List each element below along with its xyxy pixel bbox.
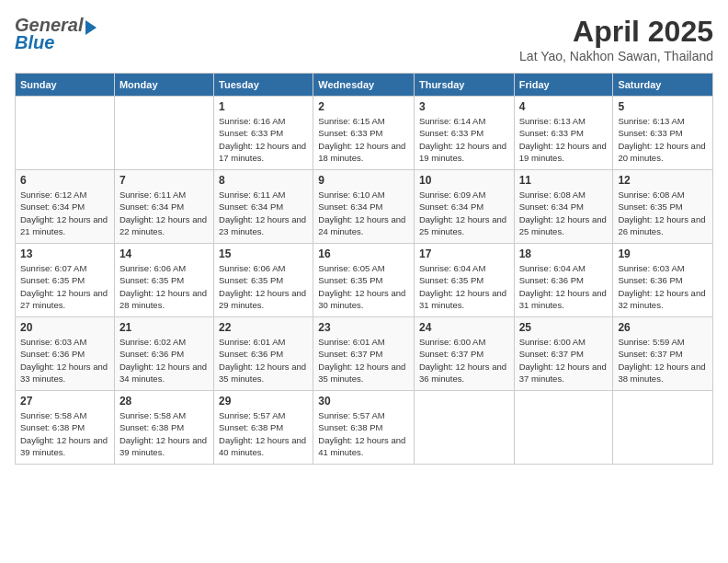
day-number: 9 (318, 174, 409, 187)
day-info: Sunrise: 5:58 AMSunset: 6:38 PMDaylight:… (119, 409, 209, 458)
day-info: Sunrise: 5:59 AMSunset: 6:37 PMDaylight:… (618, 336, 708, 385)
calendar-cell: 3Sunrise: 6:14 AMSunset: 6:33 PMDaylight… (414, 97, 514, 170)
day-number: 21 (119, 321, 209, 334)
day-number: 2 (318, 100, 409, 113)
week-row-5: 27Sunrise: 5:58 AMSunset: 6:38 PMDayligh… (16, 391, 713, 465)
weekday-header-saturday: Saturday (613, 74, 713, 97)
day-number: 29 (219, 395, 308, 408)
week-row-4: 20Sunrise: 6:03 AMSunset: 6:36 PMDayligh… (16, 317, 713, 391)
day-info: Sunrise: 6:15 AMSunset: 6:33 PMDaylight:… (318, 115, 409, 164)
calendar-cell (514, 391, 613, 465)
day-number: 12 (618, 174, 708, 187)
day-info: Sunrise: 6:08 AMSunset: 6:35 PMDaylight:… (618, 189, 708, 237)
calendar-cell (16, 97, 115, 170)
day-info: Sunrise: 5:57 AMSunset: 6:38 PMDaylight:… (219, 409, 308, 458)
day-info: Sunrise: 6:00 AMSunset: 6:37 PMDaylight:… (519, 336, 609, 385)
day-info: Sunrise: 5:57 AMSunset: 6:38 PMDaylight:… (318, 409, 409, 458)
week-row-2: 6Sunrise: 6:12 AMSunset: 6:34 PMDaylight… (16, 170, 713, 244)
day-info: Sunrise: 6:00 AMSunset: 6:37 PMDaylight:… (419, 336, 509, 385)
day-number: 10 (419, 174, 509, 187)
logo: General Blue (15, 15, 97, 53)
location-title: Lat Yao, Nakhon Sawan, Thailand (519, 49, 713, 63)
day-number: 27 (20, 395, 109, 408)
week-row-1: 1Sunrise: 6:16 AMSunset: 6:33 PMDaylight… (16, 97, 713, 170)
day-info: Sunrise: 6:01 AMSunset: 6:37 PMDaylight:… (318, 336, 409, 385)
calendar-cell: 14Sunrise: 6:06 AMSunset: 6:35 PMDayligh… (114, 244, 213, 317)
calendar-cell: 16Sunrise: 6:05 AMSunset: 6:35 PMDayligh… (313, 244, 415, 317)
day-info: Sunrise: 6:04 AMSunset: 6:36 PMDaylight:… (519, 262, 609, 311)
calendar-cell: 30Sunrise: 5:57 AMSunset: 6:38 PMDayligh… (313, 391, 415, 465)
day-number: 30 (318, 395, 409, 408)
day-info: Sunrise: 6:03 AMSunset: 6:36 PMDaylight:… (20, 336, 109, 385)
weekday-header-friday: Friday (514, 74, 613, 97)
calendar-cell: 10Sunrise: 6:09 AMSunset: 6:34 PMDayligh… (414, 170, 514, 244)
day-number: 23 (318, 321, 409, 334)
calendar-cell: 13Sunrise: 6:07 AMSunset: 6:35 PMDayligh… (16, 244, 115, 317)
calendar-cell: 19Sunrise: 6:03 AMSunset: 6:36 PMDayligh… (613, 244, 713, 317)
calendar-cell: 27Sunrise: 5:58 AMSunset: 6:38 PMDayligh… (16, 391, 115, 465)
day-number: 14 (119, 247, 209, 260)
calendar-cell: 28Sunrise: 5:58 AMSunset: 6:38 PMDayligh… (114, 391, 213, 465)
calendar-cell: 5Sunrise: 6:13 AMSunset: 6:33 PMDaylight… (613, 97, 713, 170)
weekday-header-monday: Monday (114, 74, 213, 97)
weekday-header-wednesday: Wednesday (313, 74, 415, 97)
day-info: Sunrise: 6:10 AMSunset: 6:34 PMDaylight:… (318, 189, 409, 237)
day-info: Sunrise: 6:16 AMSunset: 6:33 PMDaylight:… (219, 115, 308, 164)
day-number: 17 (419, 247, 509, 260)
day-number: 13 (20, 247, 109, 260)
calendar-cell: 23Sunrise: 6:01 AMSunset: 6:37 PMDayligh… (313, 317, 415, 391)
day-number: 18 (519, 247, 609, 260)
calendar-cell: 9Sunrise: 6:10 AMSunset: 6:34 PMDaylight… (313, 170, 415, 244)
calendar-cell: 26Sunrise: 5:59 AMSunset: 6:37 PMDayligh… (613, 317, 713, 391)
calendar-cell: 11Sunrise: 6:08 AMSunset: 6:34 PMDayligh… (514, 170, 613, 244)
day-info: Sunrise: 6:13 AMSunset: 6:33 PMDaylight:… (519, 115, 609, 164)
calendar-cell: 29Sunrise: 5:57 AMSunset: 6:38 PMDayligh… (214, 391, 313, 465)
day-number: 3 (419, 100, 509, 113)
calendar-cell: 6Sunrise: 6:12 AMSunset: 6:34 PMDaylight… (16, 170, 115, 244)
day-info: Sunrise: 6:12 AMSunset: 6:34 PMDaylight:… (20, 189, 109, 237)
calendar-cell: 4Sunrise: 6:13 AMSunset: 6:33 PMDaylight… (514, 97, 613, 170)
day-number: 28 (119, 395, 209, 408)
day-number: 26 (618, 321, 708, 334)
calendar-cell: 1Sunrise: 6:16 AMSunset: 6:33 PMDaylight… (214, 97, 313, 170)
day-info: Sunrise: 5:58 AMSunset: 6:38 PMDaylight:… (20, 409, 109, 458)
day-info: Sunrise: 6:03 AMSunset: 6:36 PMDaylight:… (618, 262, 708, 311)
calendar-cell: 21Sunrise: 6:02 AMSunset: 6:36 PMDayligh… (114, 317, 213, 391)
calendar-cell: 24Sunrise: 6:00 AMSunset: 6:37 PMDayligh… (414, 317, 514, 391)
calendar-cell: 17Sunrise: 6:04 AMSunset: 6:35 PMDayligh… (414, 244, 514, 317)
day-info: Sunrise: 6:02 AMSunset: 6:36 PMDaylight:… (119, 336, 209, 385)
day-number: 22 (219, 321, 308, 334)
weekday-header-thursday: Thursday (414, 74, 514, 97)
day-number: 6 (20, 174, 109, 187)
calendar-cell: 25Sunrise: 6:00 AMSunset: 6:37 PMDayligh… (514, 317, 613, 391)
day-number: 20 (20, 321, 109, 334)
weekday-header-sunday: Sunday (16, 74, 115, 97)
weekday-header-row: SundayMondayTuesdayWednesdayThursdayFrid… (16, 74, 713, 97)
calendar-cell: 18Sunrise: 6:04 AMSunset: 6:36 PMDayligh… (514, 244, 613, 317)
calendar-cell: 8Sunrise: 6:11 AMSunset: 6:34 PMDaylight… (214, 170, 313, 244)
day-info: Sunrise: 6:08 AMSunset: 6:34 PMDaylight:… (519, 189, 609, 237)
day-info: Sunrise: 6:06 AMSunset: 6:35 PMDaylight:… (219, 262, 308, 311)
day-info: Sunrise: 6:05 AMSunset: 6:35 PMDaylight:… (318, 262, 409, 311)
logo-blue: Blue (15, 32, 54, 53)
calendar-cell: 12Sunrise: 6:08 AMSunset: 6:35 PMDayligh… (613, 170, 713, 244)
header: General Blue April 2025 Lat Yao, Nakhon … (15, 15, 713, 63)
calendar-cell (114, 97, 213, 170)
calendar-cell: 2Sunrise: 6:15 AMSunset: 6:33 PMDaylight… (313, 97, 415, 170)
day-number: 25 (519, 321, 609, 334)
day-number: 15 (219, 247, 308, 260)
calendar-cell (414, 391, 514, 465)
day-number: 11 (519, 174, 609, 187)
day-info: Sunrise: 6:13 AMSunset: 6:33 PMDaylight:… (618, 115, 708, 164)
day-number: 1 (219, 100, 308, 113)
day-info: Sunrise: 6:07 AMSunset: 6:35 PMDaylight:… (20, 262, 109, 311)
day-number: 4 (519, 100, 609, 113)
month-title: April 2025 (519, 15, 713, 49)
calendar-cell: 22Sunrise: 6:01 AMSunset: 6:36 PMDayligh… (214, 317, 313, 391)
calendar-cell (613, 391, 713, 465)
day-info: Sunrise: 6:06 AMSunset: 6:35 PMDaylight:… (119, 262, 209, 311)
day-info: Sunrise: 6:09 AMSunset: 6:34 PMDaylight:… (419, 189, 509, 237)
day-number: 7 (119, 174, 209, 187)
day-info: Sunrise: 6:11 AMSunset: 6:34 PMDaylight:… (119, 189, 209, 237)
calendar-cell: 15Sunrise: 6:06 AMSunset: 6:35 PMDayligh… (214, 244, 313, 317)
